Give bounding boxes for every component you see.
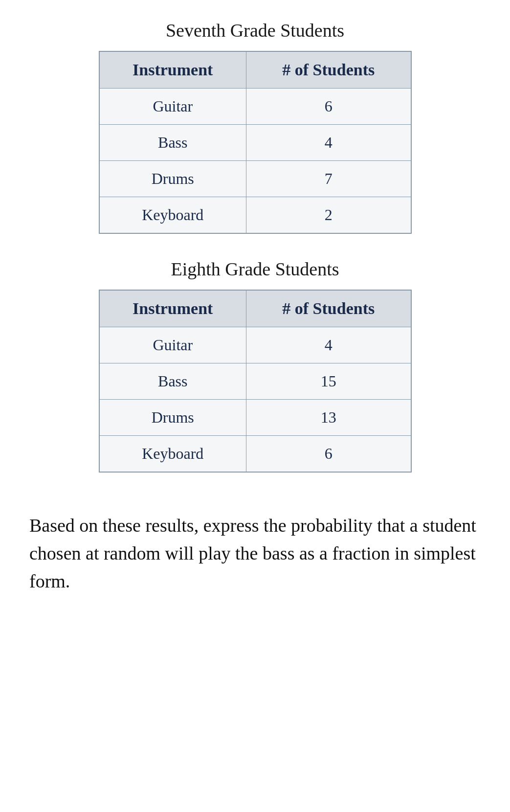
- table-row: Guitar6: [99, 89, 411, 125]
- table1-col-students: # of Students: [246, 51, 411, 89]
- instrument-cell: Drums: [99, 161, 246, 197]
- instrument-cell: Drums: [99, 400, 246, 436]
- students-cell: 15: [246, 363, 411, 400]
- table1-col-instrument: Instrument: [99, 51, 246, 89]
- eighth-grade-section: Eighth Grade Students Instrument # of St…: [29, 258, 481, 473]
- table-row: Bass4: [99, 125, 411, 161]
- question-text: Based on these results, express the prob…: [29, 512, 481, 595]
- table-row: Guitar4: [99, 327, 411, 363]
- instrument-cell: Guitar: [99, 327, 246, 363]
- eighth-grade-title: Eighth Grade Students: [29, 258, 481, 280]
- table2-header-row: Instrument # of Students: [99, 290, 411, 327]
- table2-col-students: # of Students: [246, 290, 411, 327]
- table-row: Bass15: [99, 363, 411, 400]
- students-cell: 6: [246, 436, 411, 473]
- table-row: Drums7: [99, 161, 411, 197]
- students-cell: 6: [246, 89, 411, 125]
- students-cell: 4: [246, 327, 411, 363]
- table-row: Keyboard2: [99, 197, 411, 234]
- students-cell: 13: [246, 400, 411, 436]
- seventh-grade-title: Seventh Grade Students: [29, 20, 481, 41]
- table1-header-row: Instrument # of Students: [99, 51, 411, 89]
- seventh-grade-section: Seventh Grade Students Instrument # of S…: [29, 20, 481, 234]
- instrument-cell: Bass: [99, 125, 246, 161]
- students-cell: 7: [246, 161, 411, 197]
- seventh-grade-table: Instrument # of Students Guitar6Bass4Dru…: [99, 51, 412, 234]
- table-row: Drums13: [99, 400, 411, 436]
- table-row: Keyboard6: [99, 436, 411, 473]
- instrument-cell: Guitar: [99, 89, 246, 125]
- eighth-grade-table: Instrument # of Students Guitar4Bass15Dr…: [99, 290, 412, 473]
- table2-col-instrument: Instrument: [99, 290, 246, 327]
- instrument-cell: Bass: [99, 363, 246, 400]
- students-cell: 2: [246, 197, 411, 234]
- instrument-cell: Keyboard: [99, 197, 246, 234]
- students-cell: 4: [246, 125, 411, 161]
- instrument-cell: Keyboard: [99, 436, 246, 473]
